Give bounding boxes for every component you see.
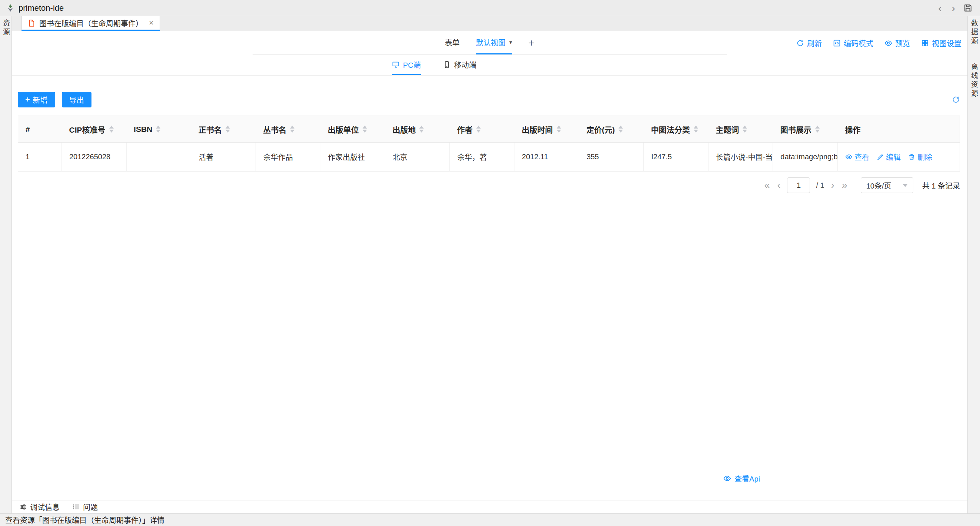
preview-eye-icon: [885, 39, 892, 47]
grid-refresh-icon[interactable]: [952, 96, 960, 104]
view-row-button[interactable]: 查看: [845, 151, 869, 162]
tab-form[interactable]: 表单: [445, 31, 460, 54]
view-toolbar-actions: 刷新 编码模式 预览 视图设置: [796, 31, 961, 55]
sort-icon[interactable]: [156, 126, 161, 132]
caret-down-icon[interactable]: ▾: [509, 39, 512, 46]
cell-place: 北京: [385, 143, 450, 172]
column-header-operations: 操作: [838, 116, 960, 143]
column-header-keywords[interactable]: 主题词: [708, 116, 773, 143]
page-size-value: 10条/页: [866, 180, 891, 191]
column-header-image[interactable]: 图书展示: [773, 116, 838, 143]
sort-icon[interactable]: [363, 126, 367, 132]
page-number-input[interactable]: [787, 177, 810, 193]
view-settings-button[interactable]: 视图设置: [921, 38, 961, 48]
problems-button[interactable]: 问题: [72, 502, 98, 512]
next-page-button[interactable]: ›: [830, 180, 835, 190]
edit-row-button[interactable]: 编辑: [877, 151, 901, 162]
pagination: « ‹ / 1 › » 10条/页 共 1 条记录: [18, 177, 960, 193]
column-header-cip[interactable]: CIP核准号: [62, 116, 127, 143]
sort-icon[interactable]: [419, 126, 424, 132]
last-page-button[interactable]: »: [841, 180, 848, 190]
sort-icon[interactable]: [694, 126, 698, 132]
sort-icon[interactable]: [476, 126, 481, 132]
tab-mobile[interactable]: 移动端: [443, 55, 476, 75]
device-tabs-row: PC端 移动端: [12, 55, 967, 76]
view-tabs-group: 表单 默认视图 ▾ +: [253, 31, 727, 55]
device-tabs-group: PC端 移动端: [392, 55, 476, 75]
editor-content: 表单 默认视图 ▾ + 刷新: [12, 31, 967, 500]
add-record-button[interactable]: + 新增: [18, 92, 55, 107]
sidebar-item-datasource[interactable]: 数据源: [969, 19, 979, 46]
bottom-bar: 调试信息 问题: [12, 500, 967, 513]
sidebar-item-resources[interactable]: 资源: [1, 19, 11, 37]
caret-down-icon: [903, 184, 908, 187]
sort-icon[interactable]: [743, 126, 747, 132]
phone-icon: [443, 61, 451, 69]
title-bar: primeton-ide ‹ ›: [0, 0, 980, 16]
data-table: # CIP核准号 ISBN 正书名 丛书名 出版单位 出版地 作者 出版时间 定…: [18, 116, 960, 172]
cell-publisher: 作家出版社: [320, 143, 385, 172]
eye-icon: [845, 153, 852, 160]
code-mode-icon: [833, 39, 841, 47]
tab-book-cip-document[interactable]: 图书在版编目（生命周期事件） ×: [21, 16, 160, 31]
add-view-button[interactable]: +: [528, 31, 535, 54]
history-back-icon[interactable]: ‹: [935, 3, 945, 14]
sort-icon[interactable]: [109, 126, 114, 132]
cell-isbn: [126, 143, 191, 172]
sort-icon[interactable]: [226, 126, 230, 132]
column-header-clc[interactable]: 中图法分类: [644, 116, 708, 143]
cell-index: 1: [18, 143, 62, 172]
cell-clc: I247.5: [644, 143, 708, 172]
tab-title: 图书在版编目（生命周期事件）: [39, 18, 143, 29]
prev-page-button[interactable]: ‹: [776, 180, 781, 190]
preview-button[interactable]: 预览: [885, 38, 910, 48]
document-icon: [28, 19, 35, 27]
column-header-price[interactable]: 定价(元): [579, 116, 644, 143]
sort-icon[interactable]: [815, 126, 819, 132]
left-sidebar: 资源: [0, 16, 12, 513]
column-header-title[interactable]: 正书名: [191, 116, 256, 143]
tab-mobile-label: 移动端: [454, 59, 476, 70]
page-size-select[interactable]: 10条/页: [861, 177, 913, 193]
view-api-label: 查看Api: [735, 473, 760, 484]
sort-icon[interactable]: [557, 126, 561, 132]
refresh-icon: [796, 39, 804, 47]
column-header-pubdate[interactable]: 出版时间: [514, 116, 579, 143]
debug-info-button[interactable]: 调试信息: [19, 502, 60, 512]
export-button[interactable]: 导出: [62, 92, 91, 107]
pencil-icon: [877, 153, 884, 160]
column-header-index: #: [18, 116, 62, 143]
view-api-link[interactable]: 查看Api: [723, 473, 760, 484]
cell-cip: 2012265028: [62, 143, 127, 172]
debug-info-label: 调试信息: [30, 502, 60, 512]
first-page-button[interactable]: «: [763, 180, 770, 190]
add-record-label: 新增: [33, 94, 48, 105]
cell-author: 余华，著: [450, 143, 514, 172]
view-settings-label: 视图设置: [932, 38, 961, 48]
delete-row-button[interactable]: 删除: [908, 151, 932, 162]
view-toolbar: 表单 默认视图 ▾ + 刷新: [12, 31, 967, 55]
column-header-series[interactable]: 丛书名: [256, 116, 320, 143]
document-tab-strip: 图书在版编目（生命周期事件） ×: [12, 16, 967, 31]
column-header-place[interactable]: 出版地: [385, 116, 450, 143]
save-icon[interactable]: [962, 3, 974, 13]
sort-icon[interactable]: [290, 126, 294, 132]
column-header-publisher[interactable]: 出版单位: [320, 116, 385, 143]
tab-default-view[interactable]: 默认视图 ▾: [476, 31, 512, 54]
export-label: 导出: [69, 94, 84, 105]
sidebar-item-offline-resources[interactable]: 离线资源: [969, 63, 979, 99]
column-header-isbn[interactable]: ISBN: [126, 116, 191, 143]
code-mode-button[interactable]: 编码模式: [833, 38, 873, 48]
table-row: 1 2012265028 活着 余华作品 作家出版社 北京 余华，著 2012.…: [18, 143, 960, 172]
cell-title: 活着: [191, 143, 256, 172]
history-forward-icon[interactable]: ›: [948, 3, 958, 14]
data-grid-panel: + 新增 导出: [12, 76, 967, 500]
close-tab-icon[interactable]: ×: [149, 18, 154, 28]
refresh-button[interactable]: 刷新: [796, 38, 822, 48]
app-logo-icon: [6, 4, 15, 13]
right-sidebar: 数据源 离线资源: [967, 16, 980, 513]
column-header-author[interactable]: 作者: [450, 116, 514, 143]
refresh-label: 刷新: [807, 38, 822, 48]
sort-icon[interactable]: [619, 126, 623, 132]
tab-pc[interactable]: PC端: [392, 55, 421, 75]
